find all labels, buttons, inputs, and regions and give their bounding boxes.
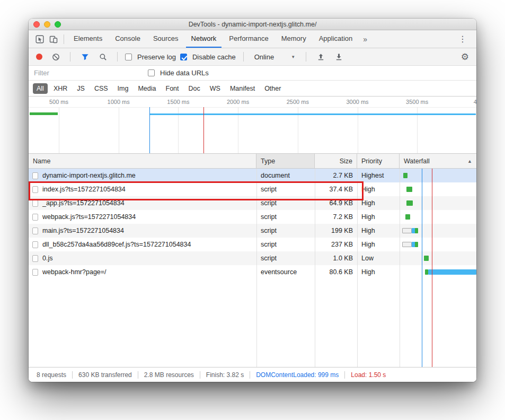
throttling-dropdown[interactable]: Online ▼ [251, 52, 299, 62]
request-type-cell: script [256, 251, 315, 265]
type-filter-css[interactable]: CSS [91, 83, 112, 94]
tab-sources[interactable]: Sources [148, 30, 184, 48]
type-filter-js[interactable]: JS [73, 83, 88, 94]
filter-input[interactable] [34, 69, 143, 77]
request-type-cell: document [256, 169, 315, 182]
request-name-cell: 0.js [29, 251, 256, 265]
resources-size: 2.8 MB resources [138, 371, 200, 379]
tab-application[interactable]: Application [314, 30, 358, 48]
tab-label: Application [319, 34, 353, 42]
domcontentloaded-time: DOMContentLoaded: 999 ms [250, 371, 345, 379]
divider [117, 52, 118, 62]
device-toolbar-icon[interactable] [47, 32, 60, 46]
waterfall-cell [400, 182, 476, 196]
settings-gear-icon[interactable]: ⚙ [459, 51, 471, 63]
request-size-cell: 1.0 KB [315, 251, 357, 265]
disable-cache-label[interactable]: Disable cache [192, 53, 236, 61]
file-icon [32, 241, 38, 248]
sort-ascending-icon: ▲ [467, 159, 472, 164]
clear-icon[interactable] [49, 50, 63, 64]
record-button[interactable] [36, 54, 42, 60]
table-row[interactable]: dynamic-import-nextjs.glitch.me document… [29, 169, 476, 182]
close-window-button[interactable] [33, 21, 40, 28]
request-name: main.js?ts=1572271054834 [42, 227, 124, 234]
waterfall-bar-green [415, 228, 418, 233]
overview-blue-bar [149, 113, 476, 115]
resource-type-filters: All XHR JS CSS Img Media Font Doc WS Man… [29, 81, 476, 97]
request-name: dll_b58c257da4aa56d89cef.js?ts=157227105… [42, 241, 191, 248]
type-filter-other[interactable]: Other [261, 83, 285, 94]
tab-label: Sources [153, 34, 179, 42]
request-priority-cell: High [357, 182, 400, 196]
table-row[interactable]: 0.js script 1.0 KB Low [29, 251, 476, 265]
import-har-icon[interactable] [314, 50, 327, 64]
type-filter-media[interactable]: Media [134, 83, 160, 94]
request-name: 0.js [42, 255, 52, 262]
more-tabs-button[interactable]: » [359, 35, 371, 43]
status-bar: 8 requests 630 KB transferred 2.8 MB res… [29, 367, 476, 382]
tab-console[interactable]: Console [110, 30, 146, 48]
zoom-window-button[interactable] [55, 21, 61, 28]
timeline-tick-label: 3500 ms [406, 99, 428, 105]
tab-label: Elements [74, 34, 102, 42]
type-filter-ws[interactable]: WS [206, 83, 224, 94]
tab-elements[interactable]: Elements [68, 30, 108, 48]
tab-label: Performance [229, 34, 268, 42]
request-size-cell: 37.4 KB [315, 182, 357, 196]
transferred-size: 630 KB transferred [73, 371, 138, 379]
column-header-size[interactable]: Size [315, 154, 357, 168]
column-header-priority[interactable]: Priority [357, 154, 400, 168]
tab-label: Console [115, 34, 140, 42]
timeline-gridline [59, 107, 59, 153]
waterfall-cell [400, 210, 476, 224]
search-icon[interactable] [96, 50, 110, 64]
timeline-overview[interactable]: 500 ms1000 ms1500 ms2000 ms2500 ms3000 m… [29, 97, 476, 154]
request-name-cell: main.js?ts=1572271054834 [29, 224, 256, 238]
request-priority-cell: High [357, 238, 400, 251]
column-header-waterfall[interactable]: Waterfall ▲ [400, 154, 476, 168]
file-icon [32, 186, 38, 193]
tab-memory[interactable]: Memory [276, 30, 312, 48]
type-filter-img[interactable]: Img [114, 83, 132, 94]
devtools-window: DevTools - dynamic-import-nextjs.glitch.… [29, 19, 476, 382]
preserve-log-label[interactable]: Preserve log [137, 53, 176, 61]
table-row[interactable]: dll_b58c257da4aa56d89cef.js?ts=157227105… [29, 238, 476, 251]
export-har-icon[interactable] [332, 50, 345, 64]
requests-table-body: dynamic-import-nextjs.glitch.me document… [29, 169, 476, 367]
hide-data-urls-label[interactable]: Hide data URLs [160, 69, 209, 77]
column-header-type[interactable]: Type [256, 154, 315, 168]
request-priority-cell: Low [357, 251, 400, 265]
type-filter-xhr[interactable]: XHR [50, 83, 71, 94]
request-name-cell: index.js?ts=1572271054834 [29, 182, 256, 196]
waterfall-bar-green [415, 242, 418, 247]
column-header-name[interactable]: Name [29, 154, 256, 168]
divider [243, 52, 244, 62]
preserve-log-checkbox[interactable] [125, 54, 132, 60]
tab-label: Network [191, 34, 217, 42]
timeline-tick-label: 500 ms [49, 99, 68, 105]
table-row[interactable]: main.js?ts=1572271054834 script 199 KB H… [29, 224, 476, 238]
type-filter-font[interactable]: Font [162, 83, 183, 94]
inspect-element-icon[interactable] [33, 32, 47, 46]
titlebar: DevTools - dynamic-import-nextjs.glitch.… [29, 19, 476, 30]
type-filter-all[interactable]: All [33, 83, 48, 94]
table-row[interactable]: webpack-hmr?page=/ eventsource 80.6 KB H… [29, 265, 476, 279]
timeline-tick-label: 40 [474, 99, 476, 105]
table-row[interactable]: _app.js?ts=1572271054834 script 64.9 KB … [29, 196, 476, 210]
devtools-menu-button[interactable]: ⋮ [453, 34, 472, 44]
disable-cache-checkbox[interactable] [180, 54, 187, 60]
divider [70, 52, 70, 62]
filter-icon[interactable] [78, 50, 92, 64]
throttling-value: Online [254, 53, 274, 61]
table-row[interactable]: index.js?ts=1572271054834 script 37.4 KB… [29, 182, 476, 196]
minimize-window-button[interactable] [44, 21, 50, 28]
window-title: DevTools - dynamic-import-nextjs.glitch.… [29, 21, 476, 28]
type-filter-doc[interactable]: Doc [185, 83, 204, 94]
chevron-down-icon: ▼ [291, 55, 295, 59]
tab-network[interactable]: Network [186, 30, 222, 48]
hide-data-urls-checkbox[interactable] [148, 69, 155, 76]
table-row[interactable]: webpack.js?ts=1572271054834 script 7.2 K… [29, 210, 476, 224]
tab-performance[interactable]: Performance [224, 30, 273, 48]
request-name: webpack.js?ts=1572271054834 [42, 213, 136, 221]
type-filter-manifest[interactable]: Manifest [226, 83, 259, 94]
